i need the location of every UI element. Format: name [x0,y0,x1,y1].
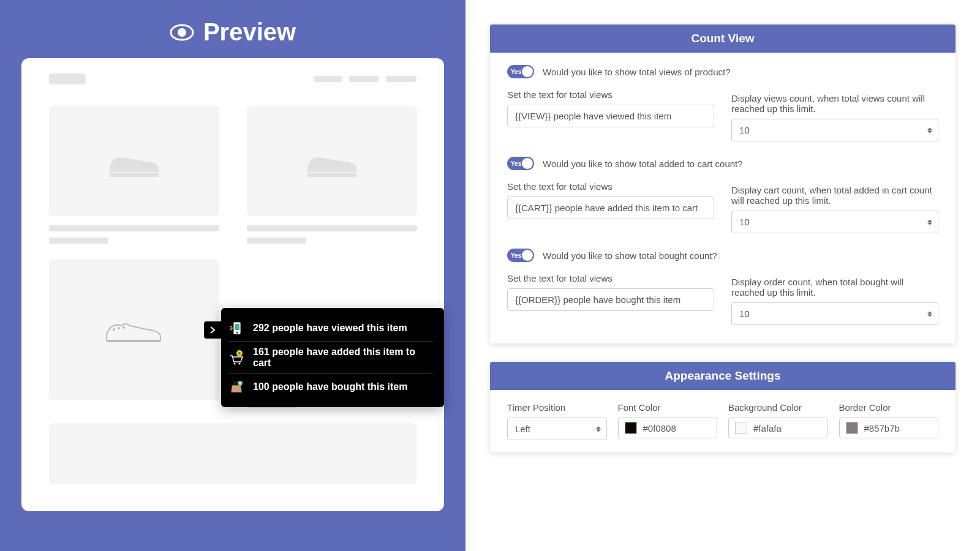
svg-point-13 [239,363,241,365]
preview-tooltip: 292 people have viewed this item 161 peo… [221,308,444,407]
border-color-swatch [846,422,858,434]
cart-limit-label: Display cart count, when total added in … [731,181,938,206]
font-color-label: Font Color [618,402,718,413]
tooltip-views-row: 292 people have viewed this item [228,315,433,342]
mock-product-card [247,106,417,244]
border-color-label: Border Color [839,402,939,413]
svg-rect-3 [307,173,356,177]
toggle-show-bought-label: Would you like to show total bought coun… [543,250,717,261]
bought-limit-label: Display order count, when total bought w… [731,273,938,298]
svg-point-5 [118,327,120,329]
bought-limit-input[interactable] [731,302,938,325]
count-view-card: Count View Yes Would you like to show to… [490,24,956,343]
cart-text-label: Set the text for total views [507,181,714,192]
phone-icon [228,320,244,336]
mock-logo [49,73,86,84]
mock-footer [49,423,417,484]
bag-icon [228,379,244,395]
preview-title: Preview [0,0,466,58]
tooltip-bought-row: 100 people have bought this item [228,374,433,400]
toggle-show-bought[interactable]: Yes [507,249,534,262]
timer-position-label: Timer Position [507,402,607,413]
tooltip-cart-text: 161 people have added this item to cart [253,347,433,369]
bg-color-swatch [735,422,747,434]
font-color-value: #0f0808 [643,423,676,433]
toggle-show-views[interactable]: Yes [507,65,534,78]
bought-text-input[interactable] [507,288,714,311]
bg-color-label: Background Color [728,402,828,413]
font-color-swatch [625,422,637,434]
bg-color-value: #fafafa [753,423,782,433]
count-view-header: Count View [490,24,956,53]
svg-point-1 [178,28,186,37]
bought-text-label: Set the text for total views [507,273,714,283]
settings-panel: Count View Yes Would you like to show to… [466,0,980,551]
mock-product-large [49,259,219,400]
views-limit-label: Display views count, when total views co… [731,89,938,114]
preview-mock: 292 people have viewed this item 161 peo… [21,58,444,511]
tooltip-cart-row: 161 people have added this item to cart [228,342,433,374]
toggle-show-cart[interactable]: Yes [507,157,534,170]
svg-point-10 [236,332,238,334]
cart-icon [228,350,244,365]
tooltip-bought-text: 100 people have bought this item [253,381,408,392]
bg-color-input[interactable]: #fafafa [728,418,828,438]
svg-point-6 [123,326,125,329]
eye-icon [170,23,194,42]
svg-point-4 [113,328,115,331]
toggle-show-cart-label: Would you like to show total added to ca… [543,159,743,169]
views-text-label: Set the text for total views [507,89,714,100]
timer-position-select[interactable] [507,418,607,440]
border-color-value: #857b7b [864,423,900,433]
border-color-input[interactable]: #857b7b [839,418,939,438]
svg-point-12 [234,363,236,365]
toggle-show-views-label: Would you like to show total views of pr… [543,67,731,77]
preview-heading: Preview [203,18,296,46]
cart-text-input[interactable] [507,197,714,219]
cart-limit-input[interactable] [731,211,938,233]
svg-rect-2 [110,173,159,177]
views-limit-input[interactable] [731,119,938,141]
mock-product-card [49,106,219,244]
appearance-card: Appearance Settings Timer Position Font … [490,362,956,452]
views-text-input[interactable] [507,105,714,127]
appearance-header: Appearance Settings [490,362,956,390]
tooltip-arrow [204,321,221,339]
tooltip-views-text: 292 people have viewed this item [253,323,407,334]
mock-nav [314,76,417,82]
font-color-input[interactable]: #0f0808 [618,418,718,438]
svg-rect-9 [235,324,239,330]
preview-panel: Preview [0,0,466,551]
